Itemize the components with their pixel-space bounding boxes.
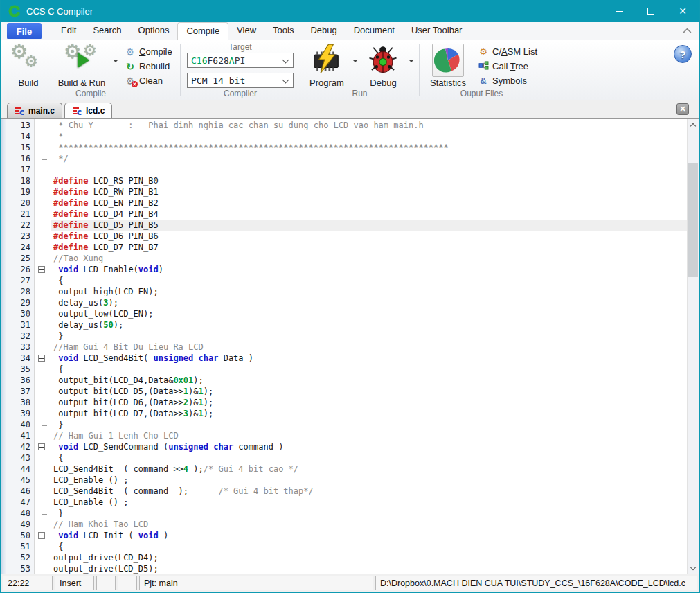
- code-line-47[interactable]: 47LCD_Enable () ;: [1, 497, 699, 508]
- symbols-button[interactable]: & Symbols: [478, 73, 537, 88]
- statistics-button[interactable]: Statistics: [422, 42, 474, 88]
- tab-bar: c main.c c lcd.c ✕: [1, 100, 699, 119]
- code-line-32[interactable]: 32 }: [1, 330, 699, 342]
- line-number: 45: [1, 475, 35, 486]
- vertical-scrollbar[interactable]: [687, 119, 699, 574]
- code-line-43[interactable]: 43 {: [1, 452, 699, 463]
- code-line-44[interactable]: 44LCD_Send4Bit ( command >>4 );/* Gui 4 …: [1, 463, 699, 475]
- code-line-39[interactable]: 39 output_bit(LCD_D7,(Data>>3)&1);: [1, 408, 699, 419]
- scroll-up-button[interactable]: [688, 119, 699, 130]
- fold-marker[interactable]: [35, 264, 51, 275]
- code-line-15[interactable]: 15 *************************************…: [1, 142, 699, 153]
- minimize-button[interactable]: [603, 0, 635, 22]
- chevron-down-icon: [352, 60, 358, 62]
- code-line-25[interactable]: 25//Tao Xung: [1, 253, 699, 264]
- build-run-button[interactable]: ⚙⚙ Build & Run: [53, 42, 111, 88]
- clean-button[interactable]: ⚙✕ Clean: [125, 73, 172, 88]
- scroll-thumb[interactable]: [688, 163, 698, 277]
- menu-item-compile[interactable]: Compile: [177, 22, 228, 40]
- menu-item-debug[interactable]: Debug: [302, 22, 345, 40]
- compiler-combobox[interactable]: PCM 14 bit: [187, 73, 294, 88]
- code-line-20[interactable]: 20#define LCD_EN PIN_B2: [1, 197, 699, 209]
- scroll-down-button[interactable]: [688, 563, 699, 574]
- code-line-27[interactable]: 27 {: [1, 275, 699, 286]
- code-line-30[interactable]: 30 output_low(LCD_EN);: [1, 308, 699, 319]
- device-combobox[interactable]: C16F628API: [187, 53, 294, 68]
- code-line-33[interactable]: 33//Ham Gui 4 Bit Du Lieu Ra LCD: [1, 342, 699, 353]
- code-line-46[interactable]: 46LCD_Send4Bit ( command ); /* Gui 4 bit…: [1, 486, 699, 497]
- code-line-35[interactable]: 35 {: [1, 364, 699, 375]
- code-line-53[interactable]: 53output_drive(LCD_D5);: [1, 563, 699, 574]
- build-run-dropdown-arrow[interactable]: [111, 60, 120, 62]
- code-line-52[interactable]: 52output_drive(LCD_D4);: [1, 552, 699, 563]
- help-button[interactable]: ?: [674, 45, 692, 63]
- menu-item-search[interactable]: Search: [84, 22, 129, 40]
- menu-item-view[interactable]: View: [228, 22, 264, 40]
- code-line-28[interactable]: 28 output_high(LCD_EN);: [1, 286, 699, 297]
- code-line-23[interactable]: 23#define LCD_D6 PIN_B6: [1, 231, 699, 242]
- code-line-13[interactable]: 13 * Chu Y : Phai dinh nghia cac chan su…: [1, 120, 699, 131]
- fold-marker[interactable]: [35, 353, 51, 364]
- casm-list-button[interactable]: ⚙ C/ASM List: [478, 44, 537, 59]
- code-line-50[interactable]: 50 void LCD_Init ( void ): [1, 530, 699, 541]
- code-line-36[interactable]: 36 output_bit(LCD_D4,Data&0x01);: [1, 375, 699, 386]
- ribbon-collapse-icon[interactable]: [683, 28, 692, 37]
- tab-close-button[interactable]: ✕: [676, 103, 689, 115]
- fold-marker[interactable]: [35, 441, 51, 452]
- code-line-24[interactable]: 24#define LCD_D7 PIN_B7: [1, 242, 699, 253]
- menu-item-document[interactable]: Document: [345, 22, 403, 40]
- code-line-21[interactable]: 21#define LCD_D4 PIN_B4: [1, 209, 699, 220]
- code-line-19[interactable]: 19#define LCD_RW PIN_B1: [1, 186, 699, 197]
- code-line-45[interactable]: 45LCD_Enable () ;: [1, 475, 699, 486]
- code-line-49[interactable]: 49// Ham Khoi Tao LCD: [1, 519, 699, 530]
- code-line-22[interactable]: 22#define LCD_D5 PIN_B5: [1, 220, 699, 231]
- line-number: 19: [1, 186, 35, 197]
- code-line-29[interactable]: 29 delay_us(3);: [1, 297, 699, 308]
- menu-item-user-toolbar[interactable]: User Toolbar: [403, 22, 470, 40]
- program-dropdown-arrow[interactable]: [350, 60, 360, 62]
- ribbon-group-compile: ⚙⚙ Build ⚙⚙ Build & Run ⚙ Compile ↻ Rebu…: [1, 40, 180, 100]
- code-line-17[interactable]: 17: [1, 164, 699, 175]
- rebuild-button[interactable]: ↻ Rebuild: [125, 59, 172, 73]
- code-line-41[interactable]: 41// Ham Gui 1 Lenh Cho LCD: [1, 430, 699, 441]
- debug-dropdown-arrow[interactable]: [406, 60, 416, 62]
- call-tree-button[interactable]: Call Tree: [478, 59, 537, 73]
- code-line-48[interactable]: 48 }: [1, 508, 699, 519]
- tab-lcd-c[interactable]: c lcd.c: [64, 103, 112, 118]
- code-editor[interactable]: 13 * Chu Y : Phai dinh nghia cac chan su…: [1, 119, 699, 574]
- line-number: 46: [1, 486, 35, 497]
- code-line-18[interactable]: 18#define LCD_RS PIN_B0: [1, 175, 699, 186]
- compile-button[interactable]: ⚙ Compile: [125, 44, 172, 59]
- code-line-31[interactable]: 31 delay_us(50);: [1, 319, 699, 330]
- line-number: 38: [1, 397, 35, 408]
- chevron-down-icon: [690, 564, 696, 569]
- code-line-34[interactable]: 34 void LCD_Send4Bit( unsigned char Data…: [1, 353, 699, 364]
- line-number: 27: [1, 275, 35, 286]
- debug-button[interactable]: Debug: [360, 42, 407, 88]
- code-line-42[interactable]: 42 void LCD_SendCommand (unsigned char c…: [1, 441, 699, 452]
- menu-item-options[interactable]: Options: [130, 22, 178, 40]
- fold-guide: [35, 175, 51, 186]
- code-line-51[interactable]: 51 {: [1, 541, 699, 552]
- code-line-37[interactable]: 37 output_bit(LCD_D5,(Data>>1)&1);: [1, 386, 699, 397]
- run-group-label: Run: [300, 89, 419, 98]
- file-menu-button[interactable]: File: [7, 23, 42, 39]
- maximize-button[interactable]: [635, 0, 667, 22]
- pie-chart-icon: [426, 43, 470, 78]
- tabs: c main.c c lcd.c: [7, 103, 114, 118]
- tab-main-c[interactable]: c main.c: [7, 103, 62, 118]
- code-line-40[interactable]: 40 }: [1, 419, 699, 430]
- chevron-down-icon: [282, 57, 289, 64]
- code-line-14[interactable]: 14 *: [1, 131, 699, 142]
- fold-marker[interactable]: [35, 530, 51, 541]
- close-button[interactable]: ✕: [667, 0, 699, 22]
- menu-item-edit[interactable]: Edit: [53, 22, 84, 40]
- code-line-16[interactable]: 16 */: [1, 153, 699, 164]
- code-line-38[interactable]: 38 output_bit(LCD_D6,(Data>>2)&1);: [1, 397, 699, 408]
- menu-item-tools[interactable]: Tools: [264, 22, 302, 40]
- program-button[interactable]: Program: [303, 42, 350, 88]
- line-number: 22: [1, 220, 35, 231]
- build-button[interactable]: ⚙⚙ Build: [4, 42, 53, 88]
- code-line-26[interactable]: 26 void LCD_Enable(void): [1, 264, 699, 275]
- line-number: 47: [1, 497, 35, 508]
